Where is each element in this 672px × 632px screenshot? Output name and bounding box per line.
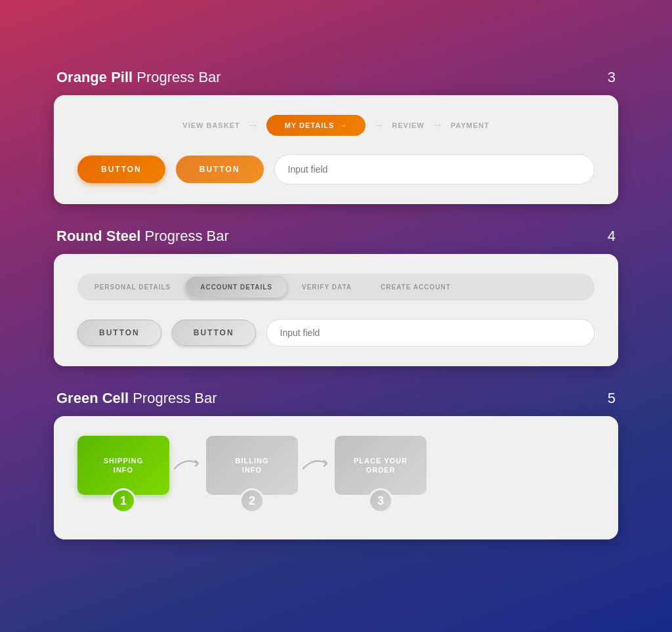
green-cell-step-3[interactable]: PLACE YOURORDER 3 — [335, 436, 427, 513]
orange-pill-header: Orange Pill Progress Bar 3 — [54, 69, 618, 86]
steel-progress-bar: PERSONAL DETAILS ACCOUNT DETAILS VERIFY … — [77, 274, 595, 301]
green-cell-progress-bar: SHIPPINGINFO 1 BILLINGINFO 2 — [77, 436, 595, 513]
green-cell-num-1: 1 — [111, 488, 136, 513]
green-cell-arrow-1 — [169, 454, 206, 474]
steel-step-verify: VERIFY DATA — [287, 277, 366, 297]
pill-active-arrow: → — [339, 121, 347, 129]
steel-action-row: BUTTON BUTTON — [77, 319, 595, 347]
green-cell-arrow-2 — [298, 454, 335, 474]
green-cell-box-3: PLACE YOURORDER — [335, 436, 427, 495]
steel-input-field[interactable] — [266, 319, 595, 347]
green-cell-card: SHIPPINGINFO 1 BILLINGINFO 2 — [54, 416, 618, 539]
orange-button-2[interactable]: BUTTON — [176, 156, 264, 183]
round-steel-title: Round Steel Progress Bar — [56, 228, 229, 245]
pill-step-view-basket: VIEW BASKET — [182, 121, 240, 129]
green-cell-box-1: SHIPPINGINFO — [77, 436, 169, 495]
pill-arrow-3: → — [432, 119, 443, 131]
green-cell-num-3: 3 — [368, 488, 393, 513]
pill-step-payment: PAYMENT — [451, 121, 490, 129]
orange-input-field[interactable] — [274, 154, 595, 184]
pill-action-row: BUTTON BUTTON — [77, 154, 595, 184]
pill-step-review: REVIEW — [392, 121, 424, 129]
green-cell-step-1[interactable]: SHIPPINGINFO 1 — [77, 436, 169, 513]
round-steel-number: 4 — [608, 228, 616, 245]
green-cell-step-2[interactable]: BILLINGINFO 2 — [206, 436, 298, 513]
main-container: Orange Pill Progress Bar 3 VIEW BASKET →… — [54, 56, 618, 576]
orange-pill-number: 3 — [608, 69, 616, 86]
orange-button-1[interactable]: BUTTON — [77, 156, 165, 183]
orange-pill-title: Orange Pill Progress Bar — [56, 69, 221, 86]
green-cell-header: Green Cell Progress Bar 5 — [54, 390, 618, 407]
steel-step-account[interactable]: ACCOUNT DETAILS — [185, 276, 287, 298]
green-cell-box-2: BILLINGINFO — [206, 436, 298, 495]
pill-step-my-details[interactable]: MY DETAILS → — [266, 115, 366, 136]
pill-arrow-1: → — [248, 119, 259, 131]
green-cell-num-2: 2 — [240, 488, 264, 513]
round-steel-header: Round Steel Progress Bar 4 — [54, 228, 618, 245]
steel-button-1[interactable]: BUTTON — [77, 320, 161, 346]
green-cell-number: 5 — [608, 390, 616, 407]
steel-step-create: CREATE ACCOUNT — [366, 277, 465, 297]
steel-button-2[interactable]: BUTTON — [172, 320, 256, 346]
steel-step-personal: PERSONAL DETAILS — [80, 277, 185, 297]
green-cell-title: Green Cell Progress Bar — [56, 390, 217, 407]
pill-arrow-2: → — [373, 119, 384, 131]
orange-pill-card: VIEW BASKET → MY DETAILS → → REVIEW → PA… — [54, 95, 618, 204]
round-steel-card: PERSONAL DETAILS ACCOUNT DETAILS VERIFY … — [54, 254, 618, 366]
pill-progress-bar: VIEW BASKET → MY DETAILS → → REVIEW → PA… — [77, 115, 595, 136]
